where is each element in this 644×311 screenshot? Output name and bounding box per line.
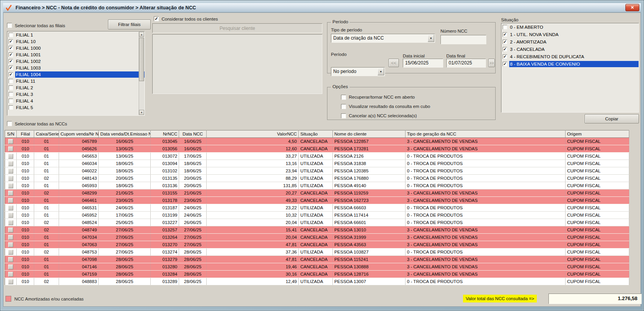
filial-item-checkbox[interactable] xyxy=(9,85,13,90)
table-row[interactable]: 0100104603418/06/2501309418/06/2513,16UT… xyxy=(5,160,629,167)
situacao-item-checkbox[interactable]: ✓ xyxy=(503,40,507,44)
table-row[interactable]: 0100204829921/06/2501315521/06/2520,27CA… xyxy=(5,189,629,197)
table-row[interactable]: 0100204888328/06/2501328928/06/2512,49UT… xyxy=(5,278,629,285)
row-select-checkbox[interactable] xyxy=(8,213,13,218)
row-select-checkbox[interactable] xyxy=(8,257,13,262)
filial-scrollbar[interactable]: ▲ ▼ xyxy=(139,32,144,115)
table-row[interactable]: 0100104715928/06/2501328428/06/2530,16CA… xyxy=(5,271,629,278)
numero-ncc-input[interactable] xyxy=(440,35,486,44)
column-header[interactable]: NrNCC xyxy=(151,130,179,138)
chevron-down-icon[interactable]: ▼ xyxy=(378,68,384,75)
filial-item[interactable]: ✓FILIAL 1000 xyxy=(7,45,144,51)
column-header[interactable]: Origem xyxy=(566,130,629,138)
copiar-button[interactable]: Copiar xyxy=(585,114,639,123)
row-select-checkbox[interactable] xyxy=(8,228,13,233)
situacao-item[interactable]: ✓3 - CANCELADA xyxy=(501,45,639,53)
filial-item-checkbox[interactable]: ✓ xyxy=(9,72,13,77)
table-row[interactable]: 0100204875327/06/2501327428/06/2537,36UT… xyxy=(5,248,629,256)
data-inicial-input[interactable]: 15/06/2025 xyxy=(403,59,443,68)
data-final-input[interactable]: 01/07/2025 xyxy=(446,59,486,68)
column-header[interactable]: Caixa/Serie NFe xyxy=(34,130,59,138)
filial-item-checkbox[interactable]: ✓ xyxy=(9,39,13,44)
filial-item[interactable]: FILIAL 1 xyxy=(7,31,144,38)
column-header[interactable]: Data NCC xyxy=(179,130,206,138)
row-select-checkbox[interactable] xyxy=(8,272,13,277)
pesquisar-cliente-input[interactable]: Pesquisar cliente xyxy=(152,23,322,33)
filtrar-filiais-button[interactable]: Filtrar filiais xyxy=(108,19,151,30)
column-header[interactable]: Nome do cliente xyxy=(332,130,405,138)
periodo-prev-button[interactable]: << xyxy=(388,59,399,67)
situacao-item-checkbox[interactable] xyxy=(503,25,507,30)
table-row[interactable]: 0100104703427/06/2501326427/06/2520,04CA… xyxy=(5,234,629,241)
table-row[interactable]: 0100204874927/06/2501325727/06/2515,41CA… xyxy=(5,226,629,234)
filial-item[interactable]: FILIAL 11 xyxy=(7,78,144,84)
table-row[interactable]: 0100104578916/06/2501304516/06/254,50CAN… xyxy=(5,138,629,145)
filial-item[interactable]: FILIAL 5 xyxy=(7,104,144,111)
row-select-checkbox[interactable] xyxy=(8,205,13,210)
periodo-next-button[interactable]: >> xyxy=(488,59,495,67)
filial-item-checkbox[interactable] xyxy=(9,99,13,103)
table-row[interactable]: 0100104602218/06/2501310218/06/2523,94UT… xyxy=(5,167,629,175)
situacao-item[interactable]: 0 - EM ABERTO xyxy=(501,23,639,31)
row-select-checkbox[interactable] xyxy=(8,139,13,144)
considerar-todos-clientes-checkbox[interactable]: ✓ xyxy=(154,16,159,21)
filial-item-checkbox[interactable] xyxy=(9,105,13,110)
filial-item-checkbox[interactable] xyxy=(9,79,13,83)
row-select-checkbox[interactable] xyxy=(8,183,13,188)
situacao-item[interactable]: ✓1 - UTIL. NOVA VENDA xyxy=(501,31,639,38)
filial-item[interactable]: ✓FILIAL 1001 xyxy=(7,51,144,58)
situacao-item-checkbox[interactable]: ✓ xyxy=(503,47,507,52)
row-select-checkbox[interactable] xyxy=(8,264,13,269)
situacao-item[interactable]: ✓4 - RECEBIMENTO DE DUPLICATA xyxy=(501,53,639,60)
select-all-nccs-checkbox[interactable] xyxy=(7,121,12,126)
opcao-checkbox[interactable] xyxy=(341,113,346,118)
filial-item[interactable]: FILIAL 3 xyxy=(7,91,144,97)
row-select-checkbox[interactable] xyxy=(8,154,13,159)
filial-item[interactable]: ✓FILIAL 1002 xyxy=(7,58,144,64)
situacao-list[interactable]: 0 - EM ABERTO✓1 - UTIL. NOVA VENDA✓2 - A… xyxy=(501,23,639,113)
row-select-checkbox[interactable] xyxy=(8,242,13,247)
table-row[interactable]: 0100104714628/06/2501328028/06/2519,46CA… xyxy=(5,263,629,271)
filial-list[interactable]: FILIAL 1✓FILIAL 10✓FILIAL 1000✓FILIAL 10… xyxy=(7,31,145,116)
filial-item-checkbox[interactable]: ✓ xyxy=(9,66,13,70)
close-button[interactable]: ✕ xyxy=(625,4,639,11)
row-select-checkbox[interactable] xyxy=(8,279,13,284)
situacao-item[interactable]: ✓8 - BAIXA VENDA DE CONVENIO xyxy=(501,60,639,68)
scroll-up-icon[interactable]: ▲ xyxy=(139,32,144,37)
filial-item[interactable]: FILIAL 4 xyxy=(7,97,144,104)
filial-item-checkbox[interactable]: ✓ xyxy=(9,59,13,64)
situacao-item-checkbox[interactable]: ✓ xyxy=(503,54,507,59)
row-select-checkbox[interactable] xyxy=(8,198,13,203)
row-select-checkbox[interactable] xyxy=(8,220,13,225)
filial-item-checkbox[interactable] xyxy=(9,33,13,37)
filial-item-checkbox[interactable]: ✓ xyxy=(9,46,13,50)
row-select-checkbox[interactable] xyxy=(8,235,13,240)
row-select-checkbox[interactable] xyxy=(8,146,13,151)
row-select-checkbox[interactable] xyxy=(8,169,13,174)
row-select-checkbox[interactable] xyxy=(8,176,13,181)
filial-item-checkbox[interactable] xyxy=(9,92,13,97)
scroll-down-icon[interactable]: ▼ xyxy=(139,110,144,115)
situacao-item-checkbox[interactable]: ✓ xyxy=(503,62,507,66)
situacao-item[interactable]: ✓2 - AMORTIZADA xyxy=(501,38,639,45)
column-header[interactable]: Cupom venda/Nr NFe xyxy=(59,130,99,138)
filial-item[interactable]: ✓FILIAL 1003 xyxy=(7,64,144,71)
table-row[interactable]: 0100104562613/06/2501305616/06/2512,60CA… xyxy=(5,145,629,153)
situacao-item-checkbox[interactable]: ✓ xyxy=(503,32,507,37)
table-row[interactable]: 0100104653124/06/2501318724/06/2523,22UT… xyxy=(5,204,629,212)
select-all-filiais-checkbox[interactable] xyxy=(7,23,12,28)
column-header[interactable]: Data venda/Dt.Emissao NFe xyxy=(99,130,151,138)
opcao-checkbox[interactable] xyxy=(341,95,346,100)
scrollbar-thumb[interactable] xyxy=(139,38,144,81)
table-row[interactable]: 0100104706327/06/2501327027/06/2547,81CA… xyxy=(5,241,629,248)
table-row[interactable]: 0100104565313/06/2501307217/06/2533,27UT… xyxy=(5,153,629,160)
chevron-down-icon[interactable]: ▼ xyxy=(428,35,434,42)
table-row[interactable]: 0100204852425/06/2501322726/06/2520,04UT… xyxy=(5,219,629,226)
row-select-checkbox[interactable] xyxy=(8,250,13,255)
row-select-checkbox[interactable] xyxy=(8,191,13,196)
cliente-list-box[interactable] xyxy=(152,34,322,94)
column-header[interactable]: S/N xyxy=(5,130,17,138)
filial-item-checkbox[interactable]: ✓ xyxy=(9,52,13,57)
table-row[interactable]: 0100204814320/06/2501313520/06/2588,29UT… xyxy=(5,175,629,182)
filial-item[interactable]: ✓FILIAL 1004 xyxy=(7,71,144,78)
